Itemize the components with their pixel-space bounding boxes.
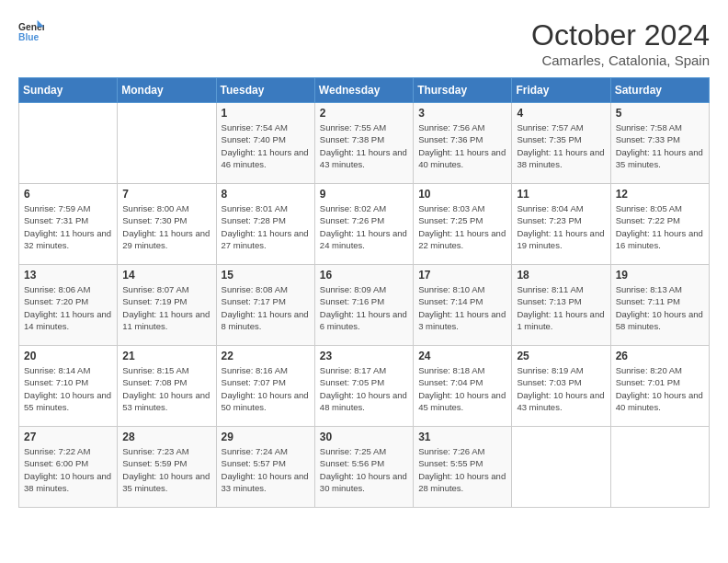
day-number: 6 <box>24 188 112 201</box>
day-info: Sunrise: 8:07 AMSunset: 7:19 PMDaylight:… <box>122 283 210 332</box>
calendar-cell <box>118 103 216 184</box>
day-number: 12 <box>616 188 704 201</box>
day-info: Sunrise: 8:18 AMSunset: 7:04 PMDaylight:… <box>418 364 506 413</box>
day-number: 31 <box>418 431 506 443</box>
day-number: 23 <box>320 350 408 362</box>
day-number: 21 <box>122 350 210 362</box>
day-info: Sunrise: 8:09 AMSunset: 7:16 PMDaylight:… <box>320 283 408 332</box>
calendar-cell: 25Sunrise: 8:19 AMSunset: 7:03 PMDayligh… <box>512 346 610 427</box>
day-number: 2 <box>320 107 408 120</box>
calendar-cell: 1Sunrise: 7:54 AMSunset: 7:40 PMDaylight… <box>216 103 314 184</box>
col-tuesday: Tuesday <box>216 78 314 103</box>
day-info: Sunrise: 8:04 AMSunset: 7:23 PMDaylight:… <box>517 202 605 251</box>
calendar-cell: 14Sunrise: 8:07 AMSunset: 7:19 PMDayligh… <box>118 265 216 346</box>
day-number: 15 <box>222 269 310 282</box>
calendar-cell: 15Sunrise: 8:08 AMSunset: 7:17 PMDayligh… <box>216 265 314 346</box>
calendar-cell: 10Sunrise: 8:03 AMSunset: 7:25 PMDayligh… <box>414 184 512 265</box>
day-info: Sunrise: 8:19 AMSunset: 7:03 PMDaylight:… <box>517 364 605 413</box>
calendar-week-3: 13Sunrise: 8:06 AMSunset: 7:20 PMDayligh… <box>19 265 710 346</box>
day-number: 28 <box>122 431 210 443</box>
calendar-cell: 22Sunrise: 8:16 AMSunset: 7:07 PMDayligh… <box>216 346 314 427</box>
calendar-cell: 17Sunrise: 8:10 AMSunset: 7:14 PMDayligh… <box>414 265 512 346</box>
calendar-cell: 2Sunrise: 7:55 AMSunset: 7:38 PMDaylight… <box>314 103 413 184</box>
day-number: 17 <box>418 269 506 282</box>
day-number: 16 <box>320 269 408 282</box>
day-info: Sunrise: 7:57 AMSunset: 7:35 PMDaylight:… <box>517 121 605 170</box>
calendar-cell: 19Sunrise: 8:13 AMSunset: 7:11 PMDayligh… <box>610 265 709 346</box>
day-number: 7 <box>122 188 210 201</box>
day-number: 19 <box>616 269 704 282</box>
day-number: 22 <box>222 350 310 362</box>
calendar-week-2: 6Sunrise: 7:59 AMSunset: 7:31 PMDaylight… <box>19 184 710 265</box>
col-wednesday: Wednesday <box>314 78 413 103</box>
calendar-cell: 3Sunrise: 7:56 AMSunset: 7:36 PMDaylight… <box>414 103 512 184</box>
day-info: Sunrise: 7:59 AMSunset: 7:31 PMDaylight:… <box>24 202 112 251</box>
day-number: 3 <box>418 107 506 120</box>
calendar-cell: 20Sunrise: 8:14 AMSunset: 7:10 PMDayligh… <box>19 346 118 427</box>
calendar-cell: 26Sunrise: 8:20 AMSunset: 7:01 PMDayligh… <box>610 346 709 427</box>
calendar-cell: 24Sunrise: 8:18 AMSunset: 7:04 PMDayligh… <box>414 346 512 427</box>
calendar-week-1: 1Sunrise: 7:54 AMSunset: 7:40 PMDaylight… <box>19 103 710 184</box>
calendar-cell: 6Sunrise: 7:59 AMSunset: 7:31 PMDaylight… <box>19 184 118 265</box>
day-number: 11 <box>517 188 605 201</box>
calendar-cell: 23Sunrise: 8:17 AMSunset: 7:05 PMDayligh… <box>314 346 413 427</box>
calendar-cell: 11Sunrise: 8:04 AMSunset: 7:23 PMDayligh… <box>512 184 610 265</box>
calendar-cell: 21Sunrise: 8:15 AMSunset: 7:08 PMDayligh… <box>118 346 216 427</box>
day-number: 9 <box>320 188 408 201</box>
day-number: 27 <box>24 431 112 443</box>
day-info: Sunrise: 8:11 AMSunset: 7:13 PMDaylight:… <box>517 283 605 332</box>
day-info: Sunrise: 8:02 AMSunset: 7:26 PMDaylight:… <box>320 202 408 251</box>
day-number: 1 <box>222 107 310 120</box>
day-info: Sunrise: 8:13 AMSunset: 7:11 PMDaylight:… <box>616 283 704 332</box>
calendar-cell: 12Sunrise: 8:05 AMSunset: 7:22 PMDayligh… <box>610 184 709 265</box>
day-number: 29 <box>222 431 310 443</box>
calendar-table: Sunday Monday Tuesday Wednesday Thursday… <box>18 77 710 508</box>
day-number: 8 <box>222 188 310 201</box>
calendar-cell <box>512 427 610 508</box>
day-number: 10 <box>418 188 506 201</box>
day-number: 30 <box>320 431 408 443</box>
day-info: Sunrise: 7:58 AMSunset: 7:33 PMDaylight:… <box>616 121 704 170</box>
col-monday: Monday <box>118 78 216 103</box>
day-info: Sunrise: 8:08 AMSunset: 7:17 PMDaylight:… <box>222 283 310 332</box>
day-info: Sunrise: 7:24 AMSunset: 5:57 PMDaylight:… <box>222 445 310 494</box>
day-number: 18 <box>517 269 605 282</box>
header-row: Sunday Monday Tuesday Wednesday Thursday… <box>19 78 710 103</box>
day-info: Sunrise: 7:54 AMSunset: 7:40 PMDaylight:… <box>222 121 310 170</box>
day-info: Sunrise: 8:06 AMSunset: 7:20 PMDaylight:… <box>24 283 112 332</box>
calendar-week-5: 27Sunrise: 7:22 AMSunset: 6:00 PMDayligh… <box>19 427 710 508</box>
calendar-cell: 28Sunrise: 7:23 AMSunset: 5:59 PMDayligh… <box>118 427 216 508</box>
day-number: 20 <box>24 350 112 362</box>
day-info: Sunrise: 8:16 AMSunset: 7:07 PMDaylight:… <box>222 364 310 413</box>
location: Camarles, Catalonia, Spain <box>531 52 710 68</box>
calendar-cell: 18Sunrise: 8:11 AMSunset: 7:13 PMDayligh… <box>512 265 610 346</box>
calendar-cell: 13Sunrise: 8:06 AMSunset: 7:20 PMDayligh… <box>19 265 118 346</box>
day-info: Sunrise: 8:15 AMSunset: 7:08 PMDaylight:… <box>122 364 210 413</box>
day-info: Sunrise: 8:20 AMSunset: 7:01 PMDaylight:… <box>616 364 704 413</box>
svg-text:Blue: Blue <box>18 32 40 42</box>
day-info: Sunrise: 8:14 AMSunset: 7:10 PMDaylight:… <box>24 364 112 413</box>
calendar-cell: 5Sunrise: 7:58 AMSunset: 7:33 PMDaylight… <box>610 103 709 184</box>
calendar-cell: 7Sunrise: 8:00 AMSunset: 7:30 PMDaylight… <box>118 184 216 265</box>
day-number: 4 <box>517 107 605 120</box>
day-info: Sunrise: 7:55 AMSunset: 7:38 PMDaylight:… <box>320 121 408 170</box>
day-info: Sunrise: 7:23 AMSunset: 5:59 PMDaylight:… <box>122 445 210 494</box>
calendar-cell <box>19 103 118 184</box>
col-thursday: Thursday <box>414 78 512 103</box>
day-info: Sunrise: 8:17 AMSunset: 7:05 PMDaylight:… <box>320 364 408 413</box>
day-info: Sunrise: 7:25 AMSunset: 5:56 PMDaylight:… <box>320 445 408 494</box>
day-number: 13 <box>24 269 112 282</box>
col-friday: Friday <box>512 78 610 103</box>
calendar-cell: 27Sunrise: 7:22 AMSunset: 6:00 PMDayligh… <box>19 427 118 508</box>
logo-icon: General Blue <box>18 18 44 44</box>
calendar-cell: 16Sunrise: 8:09 AMSunset: 7:16 PMDayligh… <box>314 265 413 346</box>
page-header: General Blue October 2024 Camarles, Cata… <box>18 18 710 68</box>
day-info: Sunrise: 7:26 AMSunset: 5:55 PMDaylight:… <box>418 445 506 494</box>
day-info: Sunrise: 7:56 AMSunset: 7:36 PMDaylight:… <box>418 121 506 170</box>
calendar-cell: 9Sunrise: 8:02 AMSunset: 7:26 PMDaylight… <box>314 184 413 265</box>
col-saturday: Saturday <box>610 78 709 103</box>
day-info: Sunrise: 8:10 AMSunset: 7:14 PMDaylight:… <box>418 283 506 332</box>
col-sunday: Sunday <box>19 78 118 103</box>
calendar-cell <box>610 427 709 508</box>
day-info: Sunrise: 8:05 AMSunset: 7:22 PMDaylight:… <box>616 202 704 251</box>
